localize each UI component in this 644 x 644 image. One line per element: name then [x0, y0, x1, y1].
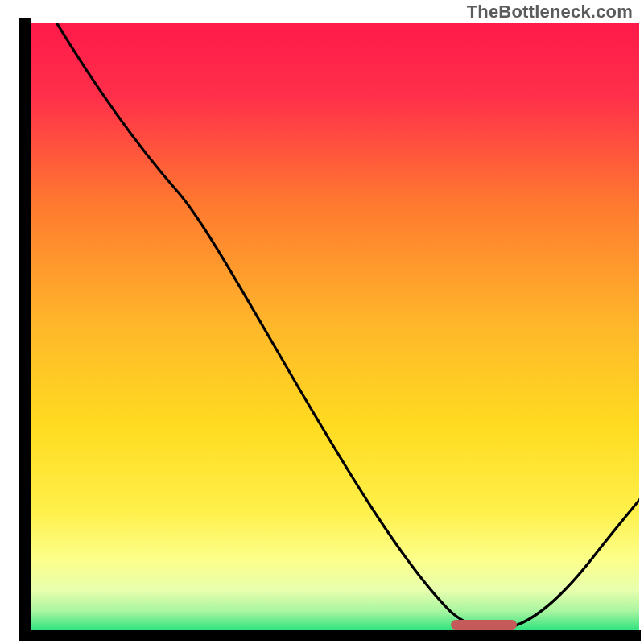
chart-svg: [0, 0, 644, 644]
highlight-marker: [451, 620, 517, 630]
watermark-text: TheBottleneck.com: [467, 2, 633, 23]
svg-rect-1: [19, 18, 31, 639]
chart-container: TheBottleneck.com: [0, 0, 644, 644]
svg-rect-2: [19, 630, 641, 641]
plot-background: [29, 23, 639, 633]
